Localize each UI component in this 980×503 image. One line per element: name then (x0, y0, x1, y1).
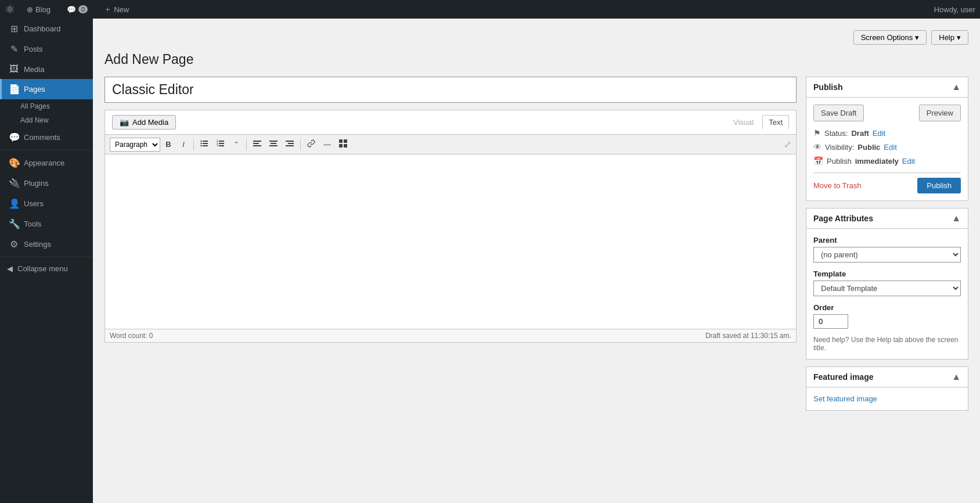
link-button[interactable] (304, 137, 319, 152)
visibility-row: 👁 Visibility: Public Edit (813, 142, 961, 152)
sidebar-item-users[interactable]: 👤 Users (0, 193, 93, 214)
text-label: Text (769, 118, 783, 127)
align-right-button[interactable] (282, 137, 297, 152)
wp-logo-icon[interactable]: ⚛ (5, 2, 15, 16)
editor-content-area[interactable] (105, 155, 796, 329)
adminbar-comments[interactable]: 💬 0 (62, 0, 92, 19)
publish-button[interactable]: Publish (917, 178, 961, 193)
sidebar-label-users: Users (24, 199, 44, 208)
adminbar-new[interactable]: ＋ New (99, 0, 134, 19)
posts-icon: ✎ (9, 44, 19, 55)
save-draft-button[interactable]: Save Draft (813, 105, 864, 121)
publish-panel-toggle[interactable]: ▲ (952, 82, 961, 92)
featured-image-title: Featured image (813, 372, 873, 382)
all-pages-label: All Pages (20, 102, 50, 110)
word-count-value: 0 (149, 332, 153, 340)
svg-rect-6 (219, 141, 224, 142)
comments-icon: 💬 (9, 132, 19, 143)
publish-actions: Save Draft Preview (813, 105, 961, 121)
featured-image-body: Set featured image (806, 387, 968, 410)
expand-button[interactable]: ⤢ (784, 139, 791, 150)
status-edit-link[interactable]: Edit (873, 129, 885, 138)
editor-statusbar: Word count: 0 Draft saved at 11:30:15 am… (105, 329, 796, 342)
help-button[interactable]: Help ▾ (931, 30, 968, 45)
template-select[interactable]: Default Template (813, 281, 961, 296)
svg-rect-16 (271, 143, 276, 144)
visibility-edit-link[interactable]: Edit (884, 143, 896, 152)
preview-button[interactable]: Preview (919, 105, 961, 121)
sidebar-item-comments[interactable]: 💬 Comments (0, 127, 93, 148)
sidebar-item-dashboard[interactable]: ⊞ Dashboard (0, 19, 93, 39)
format-select[interactable]: Paragraph (110, 138, 160, 152)
svg-rect-22 (344, 139, 347, 143)
sidebar-item-appearance[interactable]: 🎨 Appearance (0, 153, 93, 173)
toolbar-divider-3 (300, 139, 301, 150)
set-featured-image-link[interactable]: Set featured image (813, 394, 877, 403)
visual-tab[interactable]: Visual (727, 115, 760, 130)
sidebar-label-media: Media (24, 65, 44, 74)
adminbar-site[interactable]: ⊕ Blog (22, 0, 55, 19)
sidebar-label-pages: Pages (24, 85, 45, 94)
view-tabs: Visual Text (727, 115, 789, 130)
bold-button[interactable]: B (161, 138, 175, 151)
add-media-button[interactable]: 📷 Add Media (112, 115, 176, 130)
move-to-trash-button[interactable]: Move to Trash (813, 181, 861, 190)
editor-box: 📷 Add Media Visual Text Paragrap (105, 110, 797, 343)
collapse-menu-button[interactable]: ◀ Collapse menu (0, 260, 93, 278)
svg-rect-12 (253, 141, 261, 142)
parent-select[interactable]: (no parent) (813, 247, 961, 263)
screen-options-label: Screen Options (861, 33, 913, 42)
page-attributes-body: Parent (no parent) Template Default Temp… (806, 229, 968, 359)
status-value: Draft (851, 129, 869, 138)
page-title-input[interactable] (105, 77, 797, 103)
svg-rect-18 (286, 141, 294, 142)
pages-icon: 📄 (9, 84, 19, 95)
order-input[interactable] (813, 314, 848, 329)
publish-timing-edit-link[interactable]: Edit (902, 157, 915, 166)
set-featured-image-label: Set featured image (813, 394, 877, 403)
status-label: Status: (824, 129, 848, 138)
site-name-label: Blog (35, 5, 51, 14)
template-group: Template Default Template (813, 270, 961, 296)
calendar-icon: 📅 (813, 156, 823, 166)
sidebar-item-media[interactable]: 🖼 Media (0, 59, 93, 79)
move-to-trash-label: Move to Trash (813, 181, 861, 190)
blockquote-button[interactable]: " (229, 138, 243, 151)
text-tab[interactable]: Text (762, 115, 789, 130)
add-media-icon: 📷 (120, 118, 129, 127)
sidebar-subitem-add-new[interactable]: Add New (0, 113, 93, 127)
sidebar-label-appearance: Appearance (24, 159, 64, 167)
publish-timing-row: 📅 Publish immediately Edit (813, 156, 961, 166)
visibility-label: Visibility: (825, 143, 854, 152)
svg-rect-7 (219, 143, 224, 144)
svg-rect-13 (253, 143, 259, 144)
unordered-list-button[interactable] (197, 137, 212, 152)
sidebar-item-pages[interactable]: 📄 Pages (0, 79, 93, 99)
screen-options-button[interactable]: Screen Options ▾ (853, 30, 927, 45)
sidebar-item-settings[interactable]: ⚙ Settings (0, 234, 93, 254)
editor-toolbar: Paragraph B I 123 " (105, 135, 796, 155)
italic-button[interactable]: I (176, 138, 190, 151)
align-center-button[interactable] (266, 137, 281, 152)
word-count-label: Word count: (110, 332, 147, 340)
publish-panel-header: Publish ▲ (806, 77, 968, 98)
svg-rect-8 (219, 145, 224, 146)
align-left-button[interactable] (250, 137, 265, 152)
sidebar-subitem-all-pages[interactable]: All Pages (0, 99, 93, 113)
featured-image-toggle[interactable]: ▲ (952, 372, 961, 382)
italic-icon: I (182, 140, 185, 149)
sidebar-item-posts[interactable]: ✎ Posts (0, 39, 93, 59)
howdy-text: Howdy, user (934, 5, 975, 14)
more-button[interactable]: — (320, 138, 334, 151)
publish-btn-label: Publish (927, 181, 952, 190)
ordered-list-button[interactable]: 123 (213, 137, 228, 152)
screen-options-chevron: ▾ (915, 33, 919, 42)
sidebar-item-plugins[interactable]: 🔌 Plugins (0, 173, 93, 193)
appearance-icon: 🎨 (9, 157, 19, 168)
page-attributes-toggle[interactable]: ▲ (952, 213, 961, 224)
sidebar-item-tools[interactable]: 🔧 Tools (0, 214, 93, 234)
help-chevron: ▾ (957, 33, 961, 42)
page-attributes-title: Page Attributes (813, 214, 873, 223)
table-button[interactable] (336, 137, 351, 152)
svg-rect-1 (203, 143, 208, 144)
